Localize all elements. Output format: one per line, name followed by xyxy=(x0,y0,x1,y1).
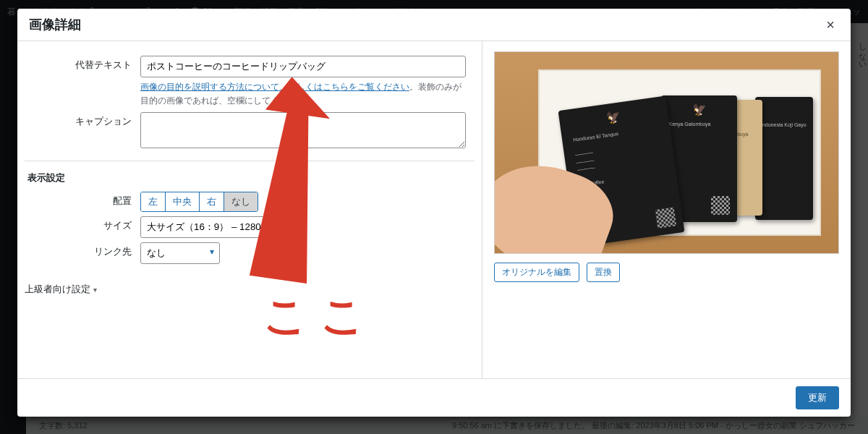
close-icon[interactable]: × xyxy=(822,17,839,33)
image-details-modal: 画像詳細 × 代替テキスト 画像の目的を説明する方法について、詳しくはこちらをご… xyxy=(17,9,851,417)
annotation-text: ここ xyxy=(263,287,378,346)
preview-pane: Indonesia Koji Gayo Kenya Gatomboya 🦅Ken… xyxy=(482,41,851,378)
modal-footer: 更新 xyxy=(17,378,851,417)
display-settings-heading: 表示設定 xyxy=(27,171,475,184)
size-label: サイズ xyxy=(25,216,140,238)
align-none-button[interactable]: なし xyxy=(224,192,258,211)
alt-text-label: 代替テキスト xyxy=(25,56,140,108)
align-right-button[interactable]: 右 xyxy=(200,192,224,211)
link-to-select[interactable] xyxy=(140,242,220,264)
modal-title: 画像詳細 xyxy=(29,16,81,33)
advanced-settings-toggle[interactable]: 上級者向け設定 xyxy=(25,283,97,296)
edit-original-button[interactable]: オリジナルを編集 xyxy=(494,263,579,282)
caption-label: キャプション xyxy=(25,112,140,150)
alt-text-input[interactable] xyxy=(140,56,466,77)
align-label: 配置 xyxy=(25,192,140,212)
align-left-button[interactable]: 左 xyxy=(141,192,166,211)
modal-header: 画像詳細 × xyxy=(17,9,851,41)
link-to-label: リンク先 xyxy=(25,242,140,264)
size-select[interactable] xyxy=(140,216,299,238)
alt-help-text: 画像の目的を説明する方法について、詳しくはこちらをご覧ください。装飾のみが目的の… xyxy=(140,80,466,108)
alt-help-link[interactable]: 画像の目的を説明する方法について、詳しくはこちらをご覧ください xyxy=(140,82,409,92)
replace-button[interactable]: 置換 xyxy=(587,263,620,282)
update-button[interactable]: 更新 xyxy=(796,386,839,409)
align-button-group: 左 中央 右 なし xyxy=(140,192,258,212)
caption-textarea[interactable] xyxy=(140,112,466,148)
align-center-button[interactable]: 中央 xyxy=(166,192,200,211)
settings-pane: 代替テキスト 画像の目的を説明する方法について、詳しくはこちらをご覧ください。装… xyxy=(17,41,482,378)
image-preview: Indonesia Koji Gayo Kenya Gatomboya 🦅Ken… xyxy=(494,51,839,254)
